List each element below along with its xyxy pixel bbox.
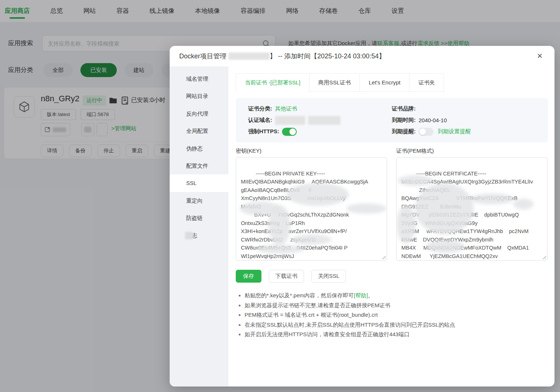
note-item: PEM格式证书 = 域名证书.crt + 根证书(root_bundle).cr… — [245, 311, 548, 319]
sidebar-item-site-dir[interactable]: 网站目录 — [170, 87, 228, 105]
modal-header: Docker项目管理 】 -- 添加时间【2025-10-24 03:00:54… — [170, 46, 554, 66]
sidebar-item-redirect[interactable]: 重定向 — [170, 192, 228, 209]
private-key-textarea[interactable]: -----BEGIN PRIVATE KEY----- MIIEvQIBADAN… — [236, 157, 387, 261]
cert-boxes: -----BEGIN PRIVATE KEY----- MIIEvQIBADAN… — [236, 157, 548, 261]
download-cert-button[interactable]: 下载证书 — [269, 270, 304, 283]
note-item: 如开启后无法使用HTTPS访问，请检查安全组是否正确放行443端口 — [245, 330, 548, 338]
sidebar-item-config-file[interactable]: 配置文件 — [170, 157, 228, 174]
private-key-text: -----BEGIN PRIVATE KEY----- MIIEvQIBADAN… — [241, 171, 368, 261]
pem-cert-text: -----BEGIN CERTIFICATE----- MIIEnDCCA4Sg… — [401, 171, 533, 261]
force-https-toggle[interactable] — [282, 128, 297, 136]
force-https-label: 强制HTTPS: — [248, 128, 279, 135]
note-item: 粘贴您的*.key以及*.pem内容，然后保存即可[帮助]。 — [245, 291, 548, 299]
modal-body: 域名管理 网站目录 反向代理 全局配置 伪静态 配置文件 SSL 重定向 防盗链… — [170, 66, 554, 386]
cert-brand-label: 证书品牌: — [392, 105, 416, 112]
key-label: 密钥(KEY) — [236, 148, 387, 155]
expire-remind-toggle[interactable] — [419, 128, 433, 136]
note-text: 。 — [368, 292, 373, 298]
pem-cert-textarea[interactable]: -----BEGIN CERTIFICATE----- MIIEnDCCA4Sg… — [396, 157, 548, 261]
ssl-panel: 当前证书 -[已部署SSL] 商用SSL证书 Let's Encrypt 证书夹… — [228, 66, 554, 386]
tab-current-cert[interactable]: 当前证书 -[已部署SSL] — [236, 73, 310, 92]
note-item: 在未指定SSL默认站点时,未开启SSL的站点使用HTTPS会直接访问到已开启SS… — [245, 321, 548, 329]
modal-title: Docker项目管理 】 -- 添加时间【2025-10-24 03:00:54… — [170, 46, 554, 66]
cert-category-row: 证书分类:其他证书 — [248, 103, 392, 115]
tab-cert-folder[interactable]: 证书夹 — [409, 73, 444, 92]
toggle-knob — [419, 128, 426, 135]
redacted-blob — [286, 183, 349, 206]
redacted-blob — [346, 203, 387, 214]
expire-remind-link[interactable]: 到期设置提醒 — [438, 128, 471, 135]
cert-brand-row: 证书品牌: — [392, 103, 535, 115]
ssl-tabs: 当前证书 -[已部署SSL] 商用SSL证书 Let's Encrypt 证书夹 — [236, 73, 548, 92]
modal-sidebar: 域名管理 网站目录 反向代理 全局配置 伪静态 配置文件 SSL 重定向 防盗链… — [170, 66, 228, 386]
modal-title-prefix: Docker项目管理 — [179, 52, 228, 60]
note-item: 如果浏览器提示证书链不完整,请检查是否正确拼接PEM证书 — [245, 301, 548, 309]
force-https-row: 强制HTTPS: — [248, 126, 392, 137]
cert-field-labels: 密钥(KEY) 证书(PEM格式) — [236, 148, 548, 155]
cert-domain-label: 认证域名: — [248, 117, 272, 124]
info-right-column: 证书品牌: 到期时间:2040-04-10 到期提醒:到期设置提醒 — [392, 103, 535, 137]
sidebar-item-reverse-proxy[interactable]: 反向代理 — [170, 105, 228, 122]
sidebar-item-rewrite[interactable]: 伪静态 — [170, 140, 228, 157]
certificate-info-panel: 证书分类:其他证书 认证域名: 强制HTTPS: 证书品牌: 到期时间:2040… — [236, 98, 548, 142]
expire-remind-row: 到期提醒:到期设置提醒 — [392, 126, 535, 137]
cert-category-value[interactable]: 其他证书 — [275, 105, 297, 112]
expire-time-label: 到期时间: — [392, 117, 416, 124]
docker-project-modal: Docker项目管理 】 -- 添加时间【2025-10-24 03:00:54… — [170, 46, 554, 386]
ssl-notes: 粘贴您的*.key以及*.pem内容，然后保存即可[帮助]。 如果浏览器提示证书… — [236, 291, 548, 338]
info-left-column: 证书分类:其他证书 认证域名: 强制HTTPS: — [248, 103, 392, 137]
ssl-actions: 保存 下载证书 关闭SSL — [236, 270, 548, 283]
expire-time-value: 2040-04-10 — [419, 117, 447, 123]
sidebar-item-logs[interactable]: 日志 — [170, 227, 228, 244]
cert-category-label: 证书分类: — [248, 105, 272, 112]
expire-time-row: 到期时间:2040-04-10 — [392, 115, 535, 126]
redacted-domain — [308, 116, 340, 125]
redacted-text — [185, 232, 193, 239]
resize-handle[interactable] — [381, 254, 386, 259]
toggle-knob — [289, 128, 296, 135]
close-ssl-button[interactable]: 关闭SSL — [311, 270, 346, 283]
pem-label: 证书(PEM格式) — [396, 148, 548, 155]
sidebar-item-ssl[interactable]: SSL — [170, 174, 228, 192]
redacted-domain — [275, 116, 305, 125]
sidebar-item-global-config[interactable]: 全局配置 — [170, 122, 228, 139]
tab-lets-encrypt[interactable]: Let's Encrypt — [360, 73, 409, 92]
modal-title-suffix: 】 -- 添加时间【2025-10-24 03:00:54】 — [270, 52, 385, 60]
redacted-domain — [228, 52, 270, 60]
cert-domain-row: 认证域名: — [248, 115, 392, 126]
expire-remind-label: 到期提醒: — [392, 128, 416, 135]
close-icon[interactable]: ✕ — [537, 46, 543, 66]
sidebar-item-domain[interactable]: 域名管理 — [170, 70, 228, 87]
resize-handle[interactable] — [541, 254, 546, 259]
note-text: 粘贴您的*.key以及*.pem内容，然后保存即可 — [245, 292, 354, 298]
sidebar-item-hotlink[interactable]: 防盗链 — [170, 209, 228, 226]
tab-commercial-ssl[interactable]: 商用SSL证书 — [309, 73, 360, 92]
save-button[interactable]: 保存 — [236, 270, 261, 283]
help-link[interactable]: [帮助] — [354, 292, 368, 298]
